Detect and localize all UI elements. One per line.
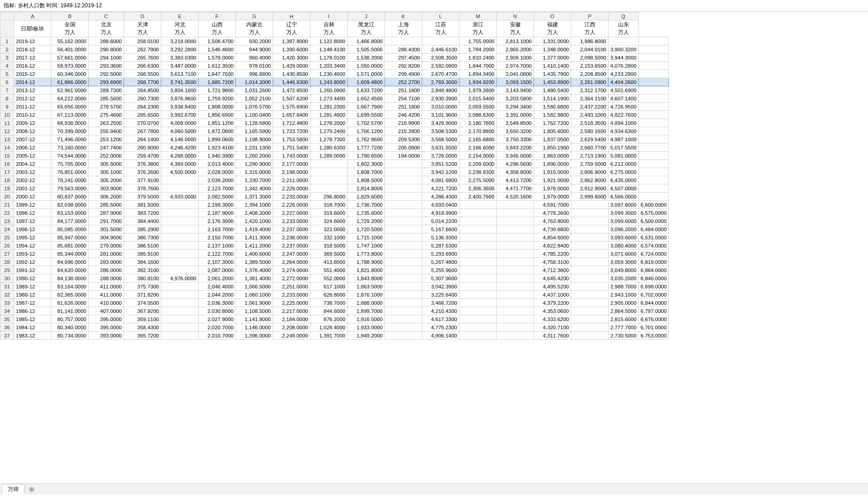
cell-K[interactable]: 2,670.4700 [422, 70, 459, 78]
cell-O[interactable] [571, 250, 609, 258]
table-row[interactable]: 112009-1268,938.0000263.2500270.07004,00… [0, 119, 669, 127]
table-row[interactable]: 361984-1280,340.0000395.0000358.43002,02… [0, 323, 669, 332]
cell-G[interactable]: 2,237.0000 [273, 225, 310, 233]
cell-B[interactable]: 304.9000 [89, 233, 124, 242]
cell-O[interactable] [571, 258, 609, 266]
cell-J[interactable]: 254.7100 [385, 94, 422, 103]
cell-A[interactable]: 83,153.0000 [51, 209, 89, 217]
cell-D[interactable]: 3,218.0000 [161, 37, 199, 45]
cell-A[interactable]: 80,734.0000 [51, 332, 89, 340]
cell-C[interactable]: 386.5100 [124, 242, 161, 250]
cell-K[interactable]: 5,293.6900 [422, 250, 459, 258]
cell-M[interactable]: 2,974.7000 [497, 62, 534, 70]
cell-J[interactable]: 251.1800 [385, 103, 422, 111]
table-row[interactable]: 22018-1256,401.0000290.8000262.79003,292… [0, 45, 669, 54]
cell-E[interactable]: 1,612.3500 [199, 62, 236, 70]
cell-F[interactable]: 1,315.0000 [236, 168, 273, 176]
cell-A[interactable]: 80,757.0000 [51, 315, 89, 323]
cell-I[interactable]: 1,773.8000 [348, 250, 385, 258]
cell-J[interactable] [385, 217, 422, 225]
cell-N[interactable]: 1,805.6000 [534, 127, 571, 135]
cell-I[interactable]: 1,876.1000 [348, 291, 385, 299]
cell-P[interactable]: 6,435.0000 [609, 176, 639, 184]
cell-K[interactable]: 2,508.3500 [422, 54, 459, 62]
cell-M[interactable] [497, 233, 534, 242]
cell-P[interactable]: 3,080.4000 [609, 242, 639, 250]
cell-G[interactable]: 1,429.0000 [273, 62, 310, 70]
cell-J[interactable]: 251.1800 [385, 86, 422, 94]
cell-N[interactable]: 1,410.1400 [534, 62, 571, 70]
cell-D[interactable]: 3,938.8400 [161, 103, 199, 111]
cell-J[interactable] [385, 250, 422, 258]
cell-date[interactable]: 1986-12 [14, 307, 51, 315]
cell-A[interactable]: 81,141.0000 [51, 307, 89, 315]
cell-O[interactable] [571, 307, 609, 315]
cell-date[interactable]: 2015-12 [14, 70, 51, 78]
cell-M[interactable]: 4,358.8000 [497, 168, 534, 176]
cell-E[interactable]: 2,036.3000 [199, 299, 236, 307]
cell-A[interactable]: 73,160.0000 [51, 144, 89, 152]
cell-D[interactable]: 3,741.3500 [161, 78, 199, 86]
cell-G[interactable]: 1,751.5400 [273, 144, 310, 152]
cell-N[interactable]: 4,778.2600 [534, 209, 571, 217]
cell-D[interactable]: 4,268.0000 [161, 152, 199, 160]
cell-G[interactable]: 2,208.0000 [273, 323, 310, 332]
cell-P[interactable]: 3,035.2000 [609, 274, 639, 283]
table-row[interactable]: 331987-1281,626.0000410.0000374.05002,03… [0, 299, 669, 307]
cell-K[interactable]: 4,286.4300 [422, 193, 459, 201]
cell-P[interactable]: 2,943.1000 [609, 291, 639, 299]
cell-Q[interactable] [639, 160, 669, 168]
cell-J[interactable] [385, 242, 422, 250]
cell-M[interactable] [497, 217, 534, 225]
cell-O[interactable] [571, 266, 609, 274]
cell-G[interactable]: 2,198.0000 [273, 168, 310, 176]
cell-K[interactable]: 4,775.2300 [422, 323, 459, 332]
cell-date[interactable]: 1992-12 [14, 258, 51, 266]
cell-L[interactable] [459, 233, 497, 242]
cell-Q[interactable] [639, 103, 669, 111]
cell-E[interactable]: 1,759.9200 [199, 94, 236, 103]
cell-B[interactable]: 407.0000 [89, 307, 124, 315]
cell-G[interactable]: 1,575.6900 [273, 103, 310, 111]
cell-M[interactable]: 2,865.2000 [497, 45, 534, 54]
cell-I[interactable]: 1,735.6000 [348, 209, 385, 217]
cell-L[interactable]: 2,165.6800 [459, 135, 497, 144]
cell-G[interactable]: 1,712.4800 [273, 119, 310, 127]
cell-E[interactable]: 1,872.0800 [199, 127, 236, 135]
col-E-header[interactable]: E [161, 12, 199, 20]
cell-date[interactable]: 2002-12 [14, 176, 51, 184]
cell-A[interactable]: 84,177.0000 [51, 217, 89, 225]
cell-P[interactable]: 4,076.2800 [609, 62, 639, 70]
cell-F[interactable]: 1,376.4000 [236, 266, 273, 274]
cell-N[interactable]: 1,850.1900 [534, 144, 571, 152]
cell-I[interactable]: 1,899.7000 [348, 307, 385, 315]
cell-O[interactable]: 2,999.8000 [571, 193, 609, 201]
cell-N[interactable]: 1,331.0000 [534, 37, 571, 45]
cell-P[interactable]: 2,988.7000 [609, 283, 639, 291]
cell-K[interactable]: 4,693.0400 [422, 201, 459, 209]
cell-G[interactable]: 2,184.0000 [273, 315, 310, 323]
cell-P[interactable] [609, 37, 639, 45]
cell-M[interactable] [497, 291, 534, 299]
cell-P[interactable]: 2,864.5000 [609, 307, 639, 315]
cell-J[interactable] [385, 193, 422, 201]
cell-E[interactable]: 1,721.9800 [199, 86, 236, 94]
cell-B[interactable]: 306.2000 [89, 193, 124, 201]
cell-M[interactable]: 2,909.1000 [497, 54, 534, 62]
cell-J[interactable]: 252.2700 [385, 78, 422, 86]
cell-G[interactable]: 2,272.0000 [273, 274, 310, 283]
cell-B[interactable]: 278.5700 [89, 103, 124, 111]
cell-C[interactable]: 367.9200 [124, 307, 161, 315]
cell-A[interactable]: 83,164.0000 [51, 283, 89, 291]
table-row[interactable]: 32017-1257,661.0000294.1000265.76003,383… [0, 54, 669, 62]
cell-K[interactable]: 3,042.3900 [422, 283, 459, 291]
cell-Q[interactable] [639, 62, 669, 70]
cell-H[interactable]: 1,203.3400 [310, 62, 348, 70]
cell-K[interactable]: 3,851.5200 [422, 160, 459, 168]
cell-E[interactable]: 1,940.3900 [199, 152, 236, 160]
cell-H[interactable]: 413.8000 [310, 258, 348, 266]
cell-C[interactable]: 260.7300 [124, 94, 161, 103]
cell-O[interactable] [571, 291, 609, 299]
cell-G[interactable]: 1,657.8400 [273, 111, 310, 119]
cell-C[interactable]: 258.0100 [124, 37, 161, 45]
